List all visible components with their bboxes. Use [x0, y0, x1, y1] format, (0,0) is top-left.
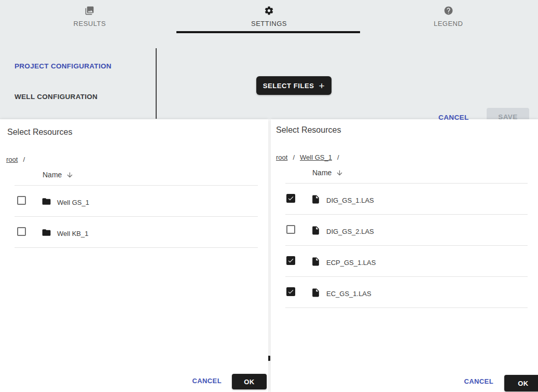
tab-label: LEGEND — [434, 20, 463, 27]
file-icon — [311, 226, 321, 235]
row-divider — [15, 247, 258, 248]
breadcrumb-root-link[interactable]: root — [6, 156, 18, 163]
breadcrumb: root / — [6, 156, 25, 163]
row-checkbox[interactable] — [286, 225, 295, 234]
select-files-label: SELECT FILES — [263, 82, 314, 90]
vertical-divider — [156, 48, 157, 119]
breadcrumb: root / Well GS_1 / — [276, 153, 339, 161]
active-tab-indicator — [176, 31, 360, 33]
dialog-title: Select Resources — [276, 125, 341, 135]
row-checkbox[interactable] — [286, 287, 295, 296]
arrow-down-icon — [336, 169, 343, 177]
resource-list: Well GS_1 Well KB_1 — [0, 186, 268, 248]
tab-settings[interactable]: SETTINGS — [180, 0, 359, 33]
row-label: ECP_GS_1.LAS — [326, 259, 376, 267]
help-circle-icon — [444, 6, 453, 16]
name-column-header[interactable]: Name — [312, 169, 343, 177]
table-row[interactable]: EC_GS_1.LAS — [271, 277, 538, 308]
file-icon — [311, 257, 321, 267]
select-resources-dialog-files: Select Resources root / Well GS_1 / Name… — [271, 119, 538, 392]
dialog-ok-button[interactable]: OK — [232, 374, 267, 389]
breadcrumb-well-gs-1-link[interactable]: Well GS_1 — [300, 153, 332, 161]
table-row[interactable]: Well KB_1 — [0, 217, 268, 248]
name-column-header[interactable]: Name — [43, 171, 74, 179]
select-resources-dialog-folders: Select Resources root / Name Well GS_1 — [0, 119, 268, 392]
breadcrumb-separator: / — [293, 153, 295, 161]
breadcrumb-root-link[interactable]: root — [276, 153, 287, 161]
select-files-button[interactable]: SELECT FILES + — [256, 76, 332, 95]
row-label: Well KB_1 — [57, 230, 88, 237]
gear-icon — [264, 6, 274, 16]
tab-label: SETTINGS — [251, 20, 287, 27]
row-label: EC_GS_1.LAS — [326, 290, 371, 298]
file-icon — [311, 194, 321, 204]
file-icon — [311, 288, 321, 298]
dialog-cancel-button[interactable]: CANCEL — [192, 377, 222, 385]
folder-icon — [42, 197, 51, 206]
name-header-label: Name — [43, 171, 62, 179]
breadcrumb-separator: / — [23, 156, 25, 163]
row-checkbox[interactable] — [286, 194, 295, 203]
dialog-cancel-button[interactable]: CANCEL — [464, 377, 493, 385]
cancel-button[interactable]: CANCEL — [438, 114, 469, 121]
arrow-down-icon — [66, 171, 74, 179]
folder-icon — [42, 228, 51, 237]
dialog-title: Select Resources — [7, 128, 72, 137]
nav-item-project-configuration[interactable]: PROJECT CONFIGURATION — [15, 62, 112, 70]
row-checkbox[interactable] — [286, 256, 295, 265]
row-checkbox[interactable] — [17, 196, 26, 205]
tab-bar: RESULTS SETTINGS LEGEND — [0, 0, 538, 33]
table-row[interactable]: DIG_GS_1.LAS — [271, 184, 538, 215]
table-row[interactable]: DIG_GS_2.LAS — [271, 215, 538, 246]
row-label: DIG_GS_1.LAS — [326, 197, 374, 204]
nav-item-well-configuration[interactable]: WELL CONFIGURATION — [15, 93, 98, 101]
settings-panel: RESULTS SETTINGS LEGEND PROJECT CONFIGUR… — [0, 0, 538, 119]
photo-library-icon — [85, 6, 94, 16]
tab-legend[interactable]: LEGEND — [358, 0, 538, 33]
resource-list: DIG_GS_1.LAS DIG_GS_2.LAS ECP_GS_1.LAS — [271, 184, 538, 308]
breadcrumb-separator: / — [337, 153, 339, 161]
row-label: Well GS_1 — [57, 199, 89, 206]
table-row[interactable]: ECP_GS_1.LAS — [271, 246, 538, 277]
tab-label: RESULTS — [74, 20, 106, 27]
table-row[interactable]: Well GS_1 — [0, 186, 268, 217]
row-checkbox[interactable] — [17, 227, 26, 236]
row-label: DIG_GS_2.LAS — [326, 228, 374, 235]
plus-icon: + — [319, 81, 325, 91]
tab-results[interactable]: RESULTS — [0, 0, 180, 33]
dialog-ok-button[interactable]: OK — [504, 375, 538, 391]
row-divider — [285, 307, 528, 308]
name-header-label: Name — [312, 169, 332, 177]
